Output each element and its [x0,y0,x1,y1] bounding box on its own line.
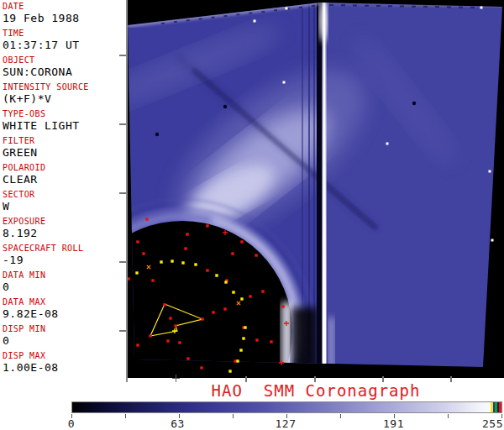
colorbar-tick-label: 127 [275,417,296,430]
fiducial-red-dot [206,269,208,271]
metadata-field-label: TIME [3,29,126,39]
metadata-field-label: POLAROID [3,163,126,173]
fiducial-yellow-dot [239,349,242,351]
colorbar-tick-label: 191 [383,417,404,430]
metadata-field-label: SPACECRAFT ROLL [3,244,126,254]
colorbar-tick [125,414,126,418]
metadata-field-label: EXPOSURE [3,217,126,227]
metadata-field-label: DATE [3,2,126,12]
star-speck [386,143,389,145]
metadata-field-value: 01:37:17 UT [3,39,126,51]
coronagraph-image[interactable] [128,0,504,378]
fiducial-red-dot [184,247,186,249]
star-speck [480,7,483,9]
metadata-field-value: GREEN [3,146,126,159]
pylon-top-flare [319,0,328,42]
fiducial-red-dot [166,339,169,342]
left-axis-tick [119,55,126,56]
dark-spot [223,105,227,108]
pylon-shadow [317,2,323,376]
metadata-field-label: INTENSITY SOURCE [3,82,126,92]
fiducial-yellow-dot [171,260,173,262]
fiducial-red-dot [128,277,130,280]
metadata-field-value: 0 [3,334,126,347]
fiducial-yellow-dot [135,271,138,274]
dark-spot [155,133,159,136]
metadata-field-value: -19 [3,254,126,266]
metadata-field-label: DATA MAX [3,297,126,307]
colorbar-tick [448,414,449,418]
fiducial-red-dot [136,343,139,346]
metadata-field: DISP MIN 0 [3,324,126,347]
fiducial-red-dot [163,303,165,306]
metadata-field-value: (K+F)*V [3,92,126,105]
fiducial-red-dot [186,233,188,235]
star-speck [489,170,491,173]
fiducial-yellow-dot [160,260,162,263]
pylon-core [323,2,325,375]
fiducial-red-dot [136,240,139,243]
metadata-field-label: FILTER [3,136,126,146]
metadata-field: OBJECT SUN:CORONA [3,55,126,78]
colorbar-tick [233,414,234,418]
star-speck [254,20,256,23]
metadata-field: TYPE-OBS WHITE LIGHT [3,109,126,132]
fiducial-red-dot [261,290,264,292]
image-title: HAO SMM Coronagraph [128,382,504,399]
fiducial-red-dot [240,240,243,243]
metadata-field: DATA MAX 9.82E-08 [3,297,126,320]
metadata-field-value: W [3,200,126,212]
metadata-field-label: OBJECT [3,55,126,66]
metadata-field-value: SUN:CORONA [3,66,126,78]
metadata-field-value: WHITE LIGHT [3,119,126,132]
metadata-field-label: TYPE-OBS [3,109,126,119]
metadata-field-value: 8.192 [3,227,126,239]
star-speck [286,8,288,10]
fiducial-red-dot [142,252,144,254]
fiducial-red-dot [145,218,148,220]
metadata-field-label: SECTOR [3,190,126,200]
metadata-field: POLAROID CLEAR [3,163,126,186]
stripe-red [499,402,501,412]
fiducial-red-dot [281,305,284,307]
metadata-field-value: 0 [3,281,126,293]
fiducial-red-dot [151,279,154,281]
fiducial-yellow-dot [240,297,243,300]
coronagraph-scene [128,0,504,378]
fiducial-yellow-dot [244,326,246,328]
metadata-panel: DATE 19 Feb 1988 TIME 01:37:17 UT OBJECT… [0,0,126,382]
left-axis-tick [119,192,126,194]
left-axis-tick [119,330,126,332]
fiducial-red-dot [234,359,236,362]
left-axis-tick [119,261,126,263]
metadata-field: SPACECRAFT ROLL -19 [3,244,126,266]
intensity-colorbar [71,401,502,413]
metadata-field-label: DATA MIN [3,270,126,281]
metadata-field-value: 19 Feb 1988 [3,12,126,24]
fiducial-red-dot [212,311,214,313]
right-frame-tone [328,0,504,378]
bottom-axis-cross [172,375,180,382]
fiducial-red-dot [206,224,208,227]
fiducial-yellow-dot [242,337,244,339]
fiducial-red-dot [255,254,257,256]
fiducial-yellow-dot [181,261,184,264]
colorbar-scale: 063127191255 [0,413,504,430]
fiducial-red-dot [249,295,251,297]
fiducial-red-dot [255,338,258,341]
fiducial-red-dot [201,317,203,320]
metadata-field: FILTER GREEN [3,136,126,159]
fiducial-red-dot [174,324,176,327]
rim-pylon-bright2 [328,317,334,375]
metadata-field: DATA MIN 0 [3,270,126,293]
colorbar-tick-label: 63 [171,417,185,430]
star-speck [491,239,494,242]
colorbar-tick [340,414,341,418]
fiducial-yellow-dot [232,291,234,293]
fiducial-yellow-dot [194,263,197,265]
metadata-field: TIME 01:37:17 UT [3,29,126,51]
fiducial-red-dot [169,317,171,319]
bottom-axis-tick [450,376,452,382]
fiducial-yellow-dot [224,281,227,283]
dark-spot [412,102,416,105]
